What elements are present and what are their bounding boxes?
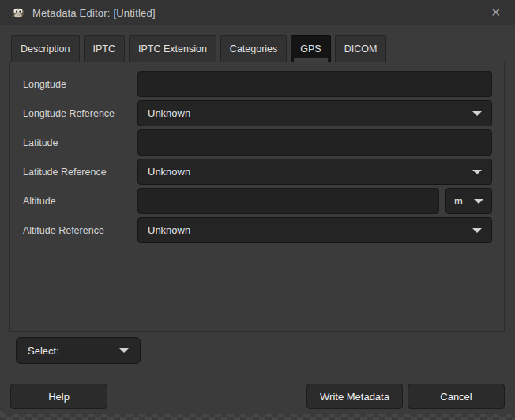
longitude-reference-value: Unknown	[148, 107, 190, 119]
longitude-input[interactable]	[137, 71, 492, 97]
screen-background: Metadata Editor: [Untitled] ✕ Descriptio…	[0, 0, 515, 420]
titlebar[interactable]: Metadata Editor: [Untitled] ✕	[0, 0, 515, 25]
altitude-reference-value: Unknown	[148, 224, 190, 236]
tab-strip: Description IPTC IPTC Extension Categori…	[11, 35, 386, 62]
longitude-reference-dropdown[interactable]: Unknown	[137, 100, 492, 126]
altitude-reference-dropdown[interactable]: Unknown	[137, 217, 492, 243]
longitude-reference-row: Longitude Reference Unknown	[23, 100, 492, 126]
latitude-row: Latitude	[23, 129, 492, 156]
altitude-reference-row: Altitude Reference Unknown	[23, 217, 492, 243]
cancel-button[interactable]: Cancel	[408, 384, 505, 409]
altitude-row: Altitude m	[23, 188, 492, 214]
tab-iptc[interactable]: IPTC	[84, 35, 125, 62]
tab-gps[interactable]: GPS	[291, 35, 330, 62]
chevron-down-icon	[474, 199, 483, 204]
write-metadata-button[interactable]: Write Metadata	[306, 384, 403, 409]
window-title: Metadata Editor: [Untitled]	[32, 7, 156, 19]
altitude-label: Altitude	[23, 196, 137, 207]
gps-panel: Longitude Longitude Reference Unknown La…	[9, 62, 505, 332]
longitude-row: Longitude	[23, 71, 492, 97]
gimp-wilber-icon	[9, 6, 25, 19]
chevron-down-icon	[472, 228, 482, 233]
close-icon[interactable]: ✕	[486, 0, 506, 25]
tab-categories[interactable]: Categories	[220, 35, 287, 62]
tab-description[interactable]: Description	[11, 35, 80, 62]
altitude-reference-label: Altitude Reference	[23, 225, 137, 236]
metadata-editor-window: Metadata Editor: [Untitled] ✕ Descriptio…	[0, 0, 515, 414]
latitude-label: Latitude	[23, 137, 137, 148]
help-button[interactable]: Help	[10, 384, 107, 409]
latitude-input[interactable]	[137, 129, 492, 156]
tab-dicom[interactable]: DICOM	[335, 35, 387, 62]
chevron-down-icon	[472, 111, 482, 116]
altitude-unit-dropdown[interactable]: m	[445, 188, 492, 214]
chevron-down-icon	[119, 348, 129, 353]
longitude-reference-label: Longitude Reference	[23, 108, 137, 119]
select-dropdown-label: Select:	[28, 345, 59, 357]
latitude-reference-dropdown[interactable]: Unknown	[137, 159, 492, 185]
altitude-input[interactable]	[137, 188, 439, 214]
tab-iptc-extension[interactable]: IPTC Extension	[129, 35, 216, 62]
select-dropdown[interactable]: Select:	[16, 337, 141, 364]
chevron-down-icon	[472, 170, 482, 174]
latitude-reference-value: Unknown	[148, 166, 190, 178]
altitude-unit-value: m	[454, 195, 463, 207]
latitude-reference-row: Latitude Reference Unknown	[23, 159, 492, 185]
longitude-label: Longitude	[23, 79, 137, 90]
latitude-reference-label: Latitude Reference	[23, 167, 137, 178]
